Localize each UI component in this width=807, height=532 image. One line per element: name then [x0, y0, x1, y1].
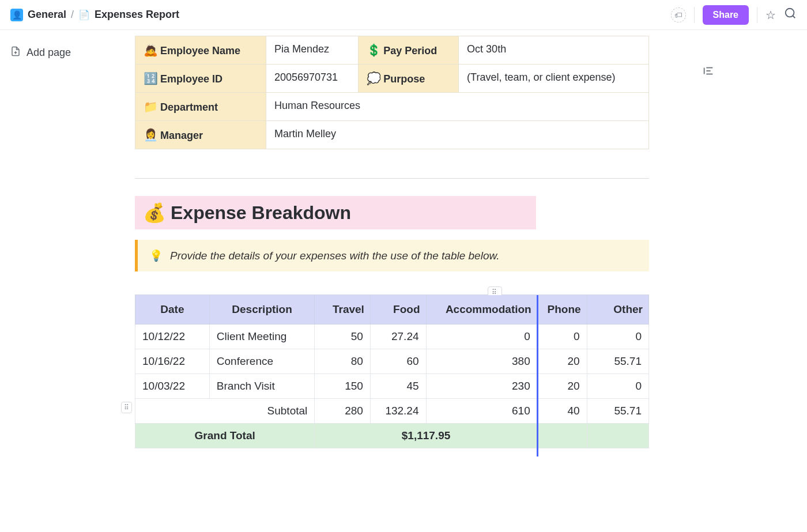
callout-text: Provide the details of your expenses wit… [170, 250, 499, 262]
table-row: 👩‍💼Manager Martin Melley [135, 121, 649, 149]
subtotal-other[interactable]: 55.71 [587, 399, 648, 424]
info-label-department[interactable]: 📁Department [135, 93, 266, 121]
col-date[interactable]: Date [135, 295, 210, 325]
table-row[interactable]: 10/12/22 Client Meeting 50 27.24 0 0 0 [135, 325, 649, 349]
grand-total-empty[interactable] [537, 424, 587, 448]
lightbulb-icon: 💡 [149, 249, 163, 262]
table-header-row: Date Description Travel Food Accommodati… [135, 295, 649, 325]
cell-description[interactable]: Client Meeting [209, 325, 314, 349]
share-button[interactable]: Share [703, 5, 749, 25]
breadcrumb-doc-title[interactable]: Expenses Report [95, 9, 179, 21]
section-title-text: Expense Breakdown [171, 202, 351, 224]
cell-travel[interactable]: 150 [315, 374, 371, 399]
breadcrumb-separator: / [71, 9, 74, 21]
section-title[interactable]: 💰 Expense Breakdown [135, 196, 536, 229]
svg-line-1 [793, 16, 795, 18]
right-panel [692, 30, 807, 471]
outline-icon[interactable] [702, 67, 715, 80]
info-value-department[interactable]: Human Resources [266, 93, 648, 121]
tag-icon[interactable]: 🏷 [671, 7, 686, 22]
money-bag-icon: 💰 [143, 202, 166, 224]
svg-point-0 [786, 9, 794, 17]
info-label-purpose[interactable]: 💭Purpose [359, 65, 459, 93]
table-row[interactable]: 10/16/22 Conference 80 60 380 20 55.71 [135, 349, 649, 374]
col-food[interactable]: Food [370, 295, 426, 325]
add-page-label: Add page [27, 47, 71, 59]
subtotal-row[interactable]: Subtotal 280 132.24 610 40 55.71 [135, 399, 649, 424]
table-row: 🔢Employee ID 20056970731 💭Purpose (Trave… [135, 65, 649, 93]
col-travel[interactable]: Travel [315, 295, 371, 325]
expense-table-wrap: ⠿ ⠿ Date Description Travel Food Accommo… [135, 295, 649, 448]
grand-total-value[interactable]: $1,117.95 [315, 424, 537, 448]
doc-icon: 📄 [78, 9, 90, 20]
info-label-employee-id[interactable]: 🔢Employee ID [135, 65, 266, 93]
table-row: 📁Department Human Resources [135, 93, 649, 121]
subtotal-phone[interactable]: 40 [537, 399, 587, 424]
cell-phone[interactable]: 20 [537, 374, 587, 399]
cell-accommodation[interactable]: 230 [426, 374, 537, 399]
info-table: 🙇Employee Name Pia Mendez 💲Pay Period Oc… [135, 36, 649, 149]
subtotal-accommodation[interactable]: 610 [426, 399, 537, 424]
add-page-button[interactable]: Add page [10, 46, 122, 59]
cell-other[interactable]: 0 [587, 374, 648, 399]
col-phone[interactable]: Phone [537, 295, 587, 325]
cell-travel[interactable]: 80 [315, 349, 371, 374]
breadcrumb: 👤 General / 📄 Expenses Report [10, 9, 179, 21]
info-label-manager[interactable]: 👩‍💼Manager [135, 121, 266, 149]
grand-total-empty[interactable] [587, 424, 648, 448]
info-label-pay-period[interactable]: 💲Pay Period [359, 36, 459, 65]
cell-description[interactable]: Conference [209, 349, 314, 374]
callout[interactable]: 💡 Provide the details of your expenses w… [135, 240, 649, 271]
add-page-icon [10, 46, 21, 59]
cell-food[interactable]: 45 [370, 374, 426, 399]
cell-phone[interactable]: 0 [537, 325, 587, 349]
cell-phone[interactable]: 20 [537, 349, 587, 374]
info-value-purpose[interactable]: (Travel, team, or client expense) [459, 65, 649, 93]
expense-table: Date Description Travel Food Accommodati… [135, 295, 649, 448]
info-label-employee-name[interactable]: 🙇Employee Name [135, 36, 266, 65]
table-row[interactable]: 10/03/22 Branch Visit 150 45 230 20 0 [135, 374, 649, 399]
cell-accommodation[interactable]: 380 [426, 349, 537, 374]
column-resizer[interactable] [537, 295, 538, 456]
document: 🙇Employee Name Pia Mendez 💲Pay Period Oc… [133, 30, 651, 471]
table-row: 🙇Employee Name Pia Mendez 💲Pay Period Oc… [135, 36, 649, 65]
col-accommodation[interactable]: Accommodation [426, 295, 537, 325]
info-value-pay-period[interactable]: Oct 30th [459, 36, 649, 65]
cell-other[interactable]: 0 [587, 325, 648, 349]
divider [135, 178, 649, 179]
col-description[interactable]: Description [209, 295, 314, 325]
star-icon[interactable]: ☆ [765, 8, 776, 22]
info-value-employee-name[interactable]: Pia Mendez [266, 36, 358, 65]
cell-date[interactable]: 10/12/22 [135, 325, 210, 349]
subtotal-travel[interactable]: 280 [315, 399, 371, 424]
cell-date[interactable]: 10/03/22 [135, 374, 210, 399]
cell-date[interactable]: 10/16/22 [135, 349, 210, 374]
divider [694, 7, 695, 23]
info-value-employee-id[interactable]: 20056970731 [266, 65, 358, 93]
topbar-actions: 🏷 Share ☆ [671, 5, 797, 25]
row-drag-handle-icon[interactable]: ⠿ [121, 402, 132, 413]
cell-description[interactable]: Branch Visit [209, 374, 314, 399]
grand-total-row[interactable]: Grand Total $1,117.95 [135, 424, 649, 448]
topbar: 👤 General / 📄 Expenses Report 🏷 Share ☆ [0, 0, 807, 30]
cell-other[interactable]: 55.71 [587, 349, 648, 374]
info-value-manager[interactable]: Martin Melley [266, 121, 648, 149]
cell-food[interactable]: 27.24 [370, 325, 426, 349]
breadcrumb-workspace[interactable]: General [28, 9, 66, 21]
cell-food[interactable]: 60 [370, 349, 426, 374]
cell-travel[interactable]: 50 [315, 325, 371, 349]
grand-total-label[interactable]: Grand Total [135, 424, 315, 448]
workspace-icon[interactable]: 👤 [10, 9, 23, 21]
divider [757, 7, 757, 23]
col-other[interactable]: Other [587, 295, 648, 325]
search-icon[interactable] [784, 7, 797, 22]
subtotal-label[interactable]: Subtotal [135, 399, 315, 424]
left-sidebar: Add page [0, 30, 133, 471]
cell-accommodation[interactable]: 0 [426, 325, 537, 349]
subtotal-food[interactable]: 132.24 [370, 399, 426, 424]
